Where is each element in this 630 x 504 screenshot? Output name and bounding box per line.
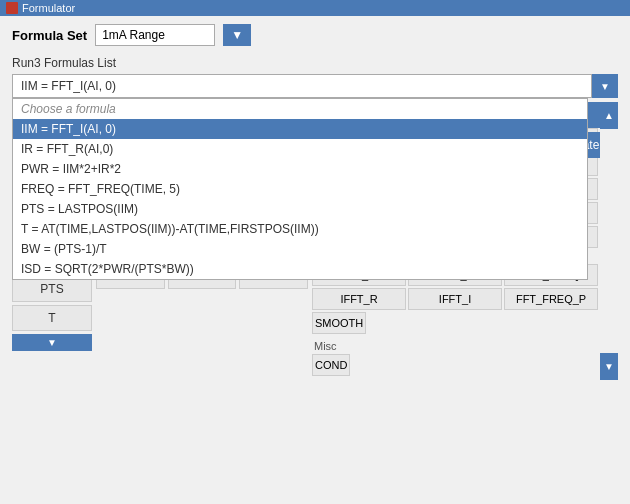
dropdown-item-5[interactable]: T = AT(TIME,LASTPOS(IIM))-AT(TIME,FIRSTP… bbox=[13, 219, 587, 239]
formula-set-row: Formula Set 1mA Range ▼ bbox=[12, 24, 618, 46]
func-FFT_FREQ_P[interactable]: FFT_FREQ_P bbox=[504, 288, 598, 310]
formula-set-label: Formula Set bbox=[12, 28, 87, 43]
func-IFFT_R[interactable]: IFFT_R bbox=[312, 288, 406, 310]
scroll-up-btn[interactable]: ▲ bbox=[600, 102, 618, 129]
func-SMOOTH[interactable]: SMOOTH bbox=[312, 312, 366, 334]
func-IFFT_I[interactable]: IFFT_I bbox=[408, 288, 502, 310]
titlebar: Formulator bbox=[0, 0, 630, 16]
formula-display[interactable]: IIM = FFT_I(AI, 0) bbox=[12, 74, 592, 98]
main-content: Formula Set 1mA Range ▼ Run3 Formulas Li… bbox=[0, 16, 630, 388]
formula-set-value: 1mA Range bbox=[102, 28, 165, 42]
misc-section: Misc COND bbox=[312, 340, 598, 376]
misc-row: COND bbox=[312, 354, 598, 376]
run3-label: Run3 Formulas List bbox=[12, 56, 618, 70]
scroll-right-panel: ▲ ▼ bbox=[600, 102, 618, 380]
dropdown-item-3[interactable]: FREQ = FFT_FREQ(TIME, 5) bbox=[13, 179, 587, 199]
formula-dropdown-row: IIM = FFT_I(AI, 0) ▼ bbox=[12, 74, 618, 98]
dropdown-container: IIM = FFT_I(AI, 0) ▼ Choose a formula II… bbox=[12, 74, 618, 98]
formula-set-dropdown-btn[interactable]: ▼ bbox=[223, 24, 251, 46]
dropdown-item-7[interactable]: ISD = SQRT(2*PWR/(PTS*BW)) bbox=[13, 259, 587, 279]
app-icon bbox=[6, 2, 18, 14]
scroll-down-btn[interactable]: ▼ bbox=[600, 353, 618, 380]
dropdown-item-1[interactable]: IR = FFT_R(AI,0) bbox=[13, 139, 587, 159]
dropdown-item-6[interactable]: BW = (PTS-1)/T bbox=[13, 239, 587, 259]
misc-label: Misc bbox=[312, 340, 598, 352]
var-scroll-down-btn[interactable]: ▼ bbox=[12, 334, 92, 351]
formula-dropdown-btn[interactable]: ▼ bbox=[592, 74, 618, 98]
app-title: Formulator bbox=[22, 2, 75, 14]
formula-set-select[interactable]: 1mA Range bbox=[95, 24, 215, 46]
dropdown-placeholder[interactable]: Choose a formula bbox=[13, 99, 587, 119]
dropdown-item-0[interactable]: IIM = FFT_I(AI, 0) bbox=[13, 119, 587, 139]
smooth-row: SMOOTH bbox=[312, 312, 598, 334]
dropdown-list: Choose a formula IIM = FFT_I(AI, 0) IR =… bbox=[12, 98, 588, 280]
var-btn-T[interactable]: T bbox=[12, 305, 92, 331]
dropdown-item-4[interactable]: PTS = LASTPOS(IIM) bbox=[13, 199, 587, 219]
app-window: Formulator Formula Set 1mA Range ▼ Run3 … bbox=[0, 0, 630, 504]
func-COND[interactable]: COND bbox=[312, 354, 350, 376]
dropdown-item-2[interactable]: PWR = IIM*2+IR*2 bbox=[13, 159, 587, 179]
